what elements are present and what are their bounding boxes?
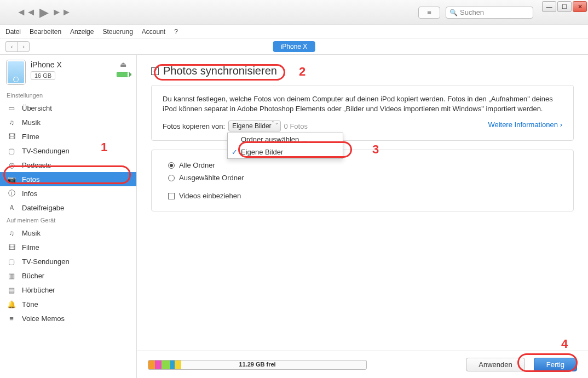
intro-text: Du kannst festlegen, welche Fotos von de… xyxy=(163,94,562,114)
bell-icon: 🔔 xyxy=(7,300,16,308)
menu-bearbeiten[interactable]: Bearbeiten xyxy=(30,28,61,36)
menu-steuerung[interactable]: Steuerung xyxy=(102,28,132,36)
sidebar-item-music[interactable]: ♫Musik xyxy=(0,115,136,129)
music-icon: ♫ xyxy=(7,228,16,237)
minimize-button[interactable]: — xyxy=(542,1,556,12)
tv-icon: ▢ xyxy=(7,146,16,155)
dropdown-own-pictures[interactable]: Eigene Bilder xyxy=(228,146,343,158)
more-info-link[interactable]: Weitere Informationen › xyxy=(488,121,562,129)
film-icon: 🎞 xyxy=(7,243,16,251)
sidebar-device-music[interactable]: ♫Musik xyxy=(0,226,136,240)
music-icon: ♫ xyxy=(7,118,16,127)
dropdown-choose-folder[interactable]: Ordner auswählen ... xyxy=(228,133,343,146)
list-view-button[interactable]: ≡ xyxy=(418,7,440,19)
book-icon: ▥ xyxy=(7,271,16,280)
tv-icon: ▢ xyxy=(7,257,16,266)
menu-help[interactable]: ? xyxy=(174,28,178,36)
section-settings-label: Einstellungen xyxy=(0,90,136,101)
nav-forward-button[interactable]: › xyxy=(18,41,30,52)
photo-count: 0 Fotos xyxy=(284,122,308,130)
sidebar-item-movies[interactable]: 🎞Filme xyxy=(0,129,136,144)
sidebar-item-overview[interactable]: ▭Übersicht xyxy=(0,101,136,115)
menu-account[interactable]: Account xyxy=(142,28,165,36)
capacity-bar: 11.29 GB frei xyxy=(148,360,367,370)
menu-anzeige[interactable]: Anzeige xyxy=(70,28,94,36)
sidebar-device-tvshows[interactable]: ▢TV-Sendungen xyxy=(0,254,136,268)
sidebar-device-books[interactable]: ▥Bücher xyxy=(0,268,136,283)
radio-all-folders[interactable] xyxy=(168,162,175,169)
section-ondevice-label: Auf meinem Gerät xyxy=(0,215,136,226)
eject-icon[interactable]: ⏏ xyxy=(120,60,126,68)
sidebar-item-info[interactable]: ⓘInfos xyxy=(0,186,136,201)
search-placeholder: Suchen xyxy=(460,8,484,16)
copy-from-combo[interactable]: Eigene Bilder xyxy=(228,121,280,131)
device-pill[interactable]: iPhone X xyxy=(273,41,315,52)
device-name: iPhone X xyxy=(31,60,111,69)
voice-icon: ≡ xyxy=(7,314,16,323)
film-icon: 🎞 xyxy=(7,132,16,141)
sidebar-item-photos[interactable]: 📷Fotos xyxy=(0,172,136,186)
play-button[interactable]: ▶ xyxy=(39,5,49,20)
sync-photos-heading: ✓ Photos synchronisieren xyxy=(151,65,574,77)
sidebar-item-tvshows[interactable]: ▢TV-Sendungen xyxy=(0,144,136,158)
next-track-button[interactable]: ►► xyxy=(52,7,72,18)
close-button[interactable]: ✕ xyxy=(573,1,587,12)
radio-selected-folders[interactable] xyxy=(168,175,175,181)
info-icon: ⓘ xyxy=(7,189,16,198)
device-image xyxy=(7,60,25,84)
sidebar-device-audiobooks[interactable]: ▤Hörbücher xyxy=(0,283,136,297)
maximize-button[interactable]: ☐ xyxy=(557,1,572,12)
apply-button[interactable]: Anwenden xyxy=(466,358,524,371)
sidebar-item-podcasts[interactable]: ◎Podcasts xyxy=(0,158,136,172)
battery-icon xyxy=(117,72,130,77)
podcast-icon: ◎ xyxy=(7,161,16,169)
search-input[interactable]: 🔍 Suchen xyxy=(446,7,533,19)
copy-from-dropdown: Ordner auswählen ... Eigene Bilder xyxy=(227,133,343,159)
free-space-label: 11.29 GB frei xyxy=(239,361,275,368)
search-icon: 🔍 xyxy=(449,9,458,16)
overview-icon: ▭ xyxy=(7,104,16,112)
sidebar-device-voicememos[interactable]: ≡Voice Memos xyxy=(0,311,136,325)
prev-track-button[interactable]: ◄◄ xyxy=(16,7,36,18)
audiobook-icon: ▤ xyxy=(7,285,16,294)
nav-back-button[interactable]: ‹ xyxy=(5,41,18,52)
done-button[interactable]: Fertig xyxy=(534,358,577,371)
device-capacity: 16 GB xyxy=(31,71,55,80)
camera-icon: 📷 xyxy=(7,175,16,184)
copy-from-label: Fotos kopieren von: xyxy=(163,122,225,130)
sidebar-item-filesharing[interactable]: ＡDateifreigabe xyxy=(0,201,136,215)
include-videos-checkbox[interactable] xyxy=(168,193,175,199)
sidebar-device-tones[interactable]: 🔔Töne xyxy=(0,297,136,311)
filesharing-icon: Ａ xyxy=(7,203,16,212)
menu-datei[interactable]: Datei xyxy=(5,28,21,36)
sidebar-device-movies[interactable]: 🎞Filme xyxy=(0,240,136,254)
sync-photos-checkbox[interactable]: ✓ xyxy=(151,67,159,75)
